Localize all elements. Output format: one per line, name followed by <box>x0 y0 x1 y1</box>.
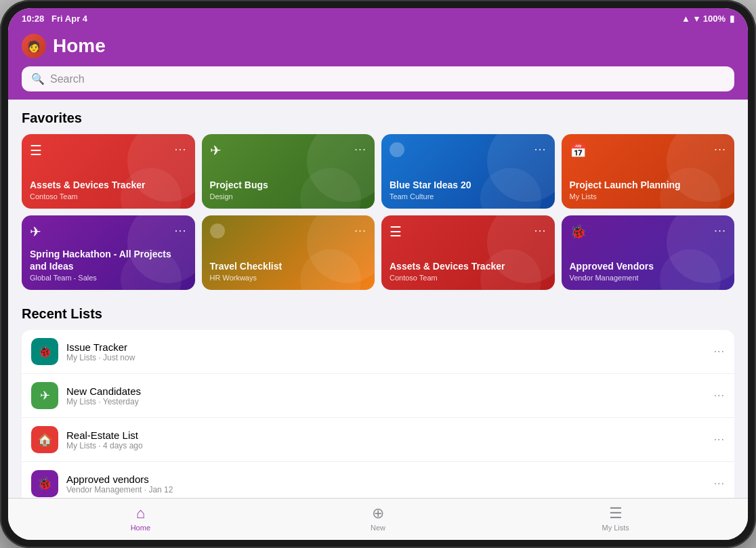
card-title: Spring Hackathon - All Projects and Idea… <box>30 248 187 272</box>
card-title: Assets & Devices Tracker <box>30 179 187 191</box>
favorites-section: Favorites ☰ ··· Assets & Devices Tracker… <box>22 110 734 290</box>
card-icon: ✈ <box>30 224 41 240</box>
list-item-icon: 🐞 <box>31 470 58 497</box>
tab-new[interactable]: ⊕ New <box>351 505 405 532</box>
card-title: Blue Star Ideas 20 <box>390 179 547 191</box>
favorites-title: Favorites <box>22 110 734 126</box>
list-item-info: New Candidates My Lists · Yesterday <box>66 385 714 406</box>
card-subtitle: Vendor Management <box>570 274 727 282</box>
wifi-icon: ▾ <box>694 14 699 24</box>
card-menu-button[interactable]: ··· <box>714 224 726 238</box>
card-title: Project Launch Planning <box>570 179 727 191</box>
list-item-subtitle: My Lists · Just now <box>66 353 714 362</box>
card-icon <box>210 224 225 238</box>
list-item-icon: 🐞 <box>31 338 58 365</box>
card-subtitle: My Lists <box>570 192 727 201</box>
card-icon: ☰ <box>390 224 402 240</box>
recent-lists-title: Recent Lists <box>22 306 734 322</box>
list-item-menu[interactable]: ··· <box>714 345 725 358</box>
status-indicators: ▲ ▾ 100% ▮ <box>681 14 734 24</box>
home-icon: ⌂ <box>136 505 145 522</box>
fav-card-spring-hackathon[interactable]: ✈ ··· Spring Hackathon - All Projects an… <box>22 215 195 290</box>
status-bar: 10:28 Fri Apr 4 ▲ ▾ 100% ▮ <box>8 8 748 28</box>
search-bar-container: 🔍 Search <box>8 66 748 100</box>
list-item-title: New Candidates <box>66 385 714 397</box>
list-item-title: Real-Estate List <box>66 429 714 441</box>
list-item-info: Issue Tracker My Lists · Just now <box>66 341 714 362</box>
card-menu-button[interactable]: ··· <box>174 224 186 238</box>
fav-card-assets-devices-2[interactable]: ☰ ··· Assets & Devices Tracker Contoso T… <box>381 215 555 290</box>
app-header: 🧑 Home <box>8 28 748 66</box>
list-item-icon: ✈ <box>31 382 58 409</box>
tab-new-label: New <box>371 524 385 532</box>
card-menu-button[interactable]: ··· <box>534 142 546 156</box>
battery-level: 100% <box>703 14 726 24</box>
list-item-menu[interactable]: ··· <box>714 434 725 446</box>
list-item-subtitle: My Lists · 4 days ago <box>66 441 714 450</box>
card-menu-button[interactable]: ··· <box>534 224 546 238</box>
time: 10:28 <box>22 14 44 24</box>
main-content: Favorites ☰ ··· Assets & Devices Tracker… <box>8 100 748 498</box>
search-input[interactable]: 🔍 Search <box>22 66 734 91</box>
card-icon: 🐞 <box>570 224 587 240</box>
card-menu-button[interactable]: ··· <box>174 142 186 156</box>
new-icon: ⊕ <box>372 505 384 522</box>
card-icon: ✈ <box>210 142 222 159</box>
list-item-subtitle: My Lists · Yesterday <box>66 397 714 406</box>
card-subtitle: Contoso Team <box>30 192 187 201</box>
device-screen: 10:28 Fri Apr 4 ▲ ▾ 100% ▮ 🧑 Home 🔍 Sear… <box>8 8 748 540</box>
card-icon <box>390 142 404 157</box>
card-title: Travel Checklist <box>210 260 367 272</box>
card-subtitle: Design <box>210 192 367 201</box>
my-lists-icon: ☰ <box>609 505 623 522</box>
search-icon: 🔍 <box>31 72 45 85</box>
fav-card-travel-checklist[interactable]: ··· Travel Checklist HR Workways <box>202 215 375 290</box>
card-menu-button[interactable]: ··· <box>714 142 726 156</box>
fav-card-project-bugs[interactable]: ✈ ··· Project Bugs Design <box>202 134 375 209</box>
tab-my-lists-label: My Lists <box>602 524 629 532</box>
tab-home[interactable]: ⌂ Home <box>113 505 167 532</box>
card-title: Assets & Devices Tracker <box>390 260 547 272</box>
list-item-menu[interactable]: ··· <box>714 389 725 402</box>
list-item-approved-vendors[interactable]: 🐞 Approved vendors Vendor Management · J… <box>22 462 734 498</box>
tab-home-label: Home <box>131 524 150 532</box>
fav-card-blue-star[interactable]: ··· Blue Star Ideas 20 Team Culture <box>381 134 555 209</box>
avatar-emoji: 🧑 <box>27 40 41 53</box>
card-icon: 📅 <box>570 142 587 159</box>
search-placeholder: Search <box>50 73 85 85</box>
card-subtitle: Contoso Team <box>390 274 547 282</box>
recent-lists-section: Recent Lists 🐞 Issue Tracker My Lists · … <box>22 306 734 498</box>
status-time: 10:28 Fri Apr 4 <box>22 14 87 24</box>
avatar[interactable]: 🧑 <box>22 34 46 58</box>
signal-icon: ▲ <box>681 14 690 24</box>
fav-card-project-launch[interactable]: 📅 ··· Project Launch Planning My Lists <box>562 134 735 209</box>
device-frame: 10:28 Fri Apr 4 ▲ ▾ 100% ▮ 🧑 Home 🔍 Sear… <box>0 0 756 548</box>
list-item-issue-tracker[interactable]: 🐞 Issue Tracker My Lists · Just now ··· <box>22 330 734 374</box>
list-item-icon: 🏠 <box>31 426 58 453</box>
list-item-menu[interactable]: ··· <box>714 478 725 490</box>
fav-card-approved-vendors[interactable]: 🐞 ··· Approved Vendors Vendor Management <box>562 215 735 290</box>
card-subtitle: HR Workways <box>210 274 367 282</box>
list-item-info: Approved vendors Vendor Management · Jan… <box>66 473 714 494</box>
date: Fri Apr 4 <box>51 14 87 24</box>
list-item-new-candidates[interactable]: ✈ New Candidates My Lists · Yesterday ··… <box>22 374 734 418</box>
card-menu-button[interactable]: ··· <box>354 224 366 238</box>
card-icon: ☰ <box>30 142 42 159</box>
tab-bar: ⌂ Home ⊕ New ☰ My Lists <box>8 498 748 540</box>
battery-icon: ▮ <box>730 14 734 24</box>
card-menu-button[interactable]: ··· <box>354 142 366 156</box>
favorites-grid: ☰ ··· Assets & Devices Tracker Contoso T… <box>22 134 734 290</box>
card-subtitle: Team Culture <box>390 192 547 201</box>
recent-list-container: 🐞 Issue Tracker My Lists · Just now ··· … <box>22 330 734 498</box>
list-item-title: Issue Tracker <box>66 341 714 353</box>
list-item-real-estate[interactable]: 🏠 Real-Estate List My Lists · 4 days ago… <box>22 418 734 462</box>
card-subtitle: Global Team - Sales <box>30 274 187 282</box>
tab-my-lists[interactable]: ☰ My Lists <box>589 505 643 532</box>
card-title: Approved Vendors <box>570 260 727 272</box>
list-item-title: Approved vendors <box>66 473 714 485</box>
fav-card-assets-devices-1[interactable]: ☰ ··· Assets & Devices Tracker Contoso T… <box>22 134 195 209</box>
card-title: Project Bugs <box>210 179 367 191</box>
list-item-info: Real-Estate List My Lists · 4 days ago <box>66 429 714 450</box>
page-title: Home <box>53 35 106 57</box>
list-item-subtitle: Vendor Management · Jan 12 <box>66 485 714 494</box>
